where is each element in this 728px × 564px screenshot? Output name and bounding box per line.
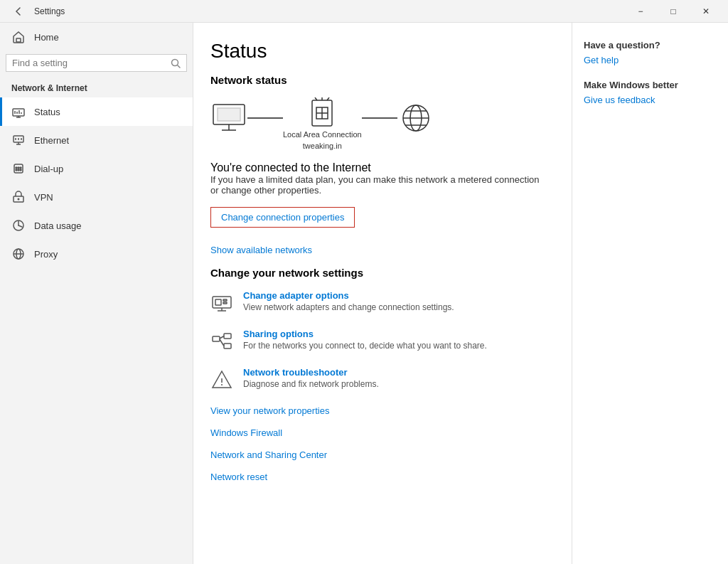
- sharing-title[interactable]: Sharing options: [243, 329, 487, 339]
- globe-icon-group: [397, 103, 434, 144]
- svg-rect-45: [215, 299, 221, 305]
- sidebar-item-data-usage[interactable]: Data usage: [0, 211, 193, 240]
- connection-domain: tweaking.in: [303, 142, 342, 150]
- connection-name: Local Area Connection: [283, 130, 362, 139]
- troubleshooter-title[interactable]: Network troubleshooter: [243, 367, 379, 378]
- change-settings-title: Change your network settings: [210, 267, 543, 279]
- svg-rect-47: [223, 302, 227, 304]
- svg-rect-31: [218, 108, 240, 121]
- view-network-properties-link[interactable]: View your network properties: [210, 405, 543, 416]
- svg-point-18: [20, 167, 21, 169]
- svg-point-21: [20, 169, 21, 171]
- proxy-icon: [11, 247, 26, 261]
- search-box[interactable]: [6, 54, 187, 72]
- minimize-button[interactable]: −: [624, 0, 657, 23]
- svg-point-20: [18, 169, 19, 171]
- sidebar-item-data-usage-label: Data usage: [34, 220, 82, 231]
- windows-firewall-link[interactable]: Windows Firewall: [210, 427, 543, 438]
- back-button[interactable]: [9, 1, 28, 21]
- troubleshooter-desc: Diagnose and fix network problems.: [243, 379, 379, 389]
- svg-point-16: [16, 167, 17, 169]
- svg-rect-52: [224, 344, 231, 348]
- adapter-title[interactable]: Change adapter options: [243, 290, 454, 301]
- sharing-desc: For the networks you connect to, decide …: [243, 341, 487, 351]
- troubleshooter-icon: [210, 368, 233, 391]
- adapter-desc: View network adapters and change connect…: [243, 302, 454, 312]
- main-layout: Home Network & Internet: [0, 23, 728, 564]
- dialup-icon: [11, 161, 26, 176]
- network-reset-link[interactable]: Network reset: [210, 472, 543, 482]
- show-networks-link[interactable]: Show available networks: [210, 245, 543, 255]
- maximize-button[interactable]: □: [657, 0, 690, 23]
- svg-line-53: [220, 336, 224, 339]
- sharing-options-item: Sharing options For the networks you con…: [210, 329, 543, 353]
- computer-icon-group: [210, 103, 247, 144]
- network-diagram: Local Area Connection tweaking.in: [210, 97, 543, 150]
- sidebar-item-proxy-label: Proxy: [34, 249, 58, 260]
- svg-point-17: [18, 167, 19, 169]
- network-status-title: Network status: [210, 74, 543, 86]
- sidebar-item-vpn-label: VPN: [34, 192, 53, 203]
- status-icon: [11, 105, 26, 119]
- troubleshooter-item: Network troubleshooter Diagnose and fix …: [210, 367, 543, 391]
- sidebar-item-home[interactable]: Home: [0, 23, 193, 51]
- page-title: Status: [210, 40, 543, 63]
- sidebar-item-proxy[interactable]: Proxy: [0, 240, 193, 268]
- svg-line-2: [178, 65, 181, 68]
- computer-icon: [210, 103, 247, 133]
- search-input[interactable]: [12, 58, 166, 68]
- right-panel: Have a question? Get help Make Windows b…: [572, 23, 728, 564]
- connected-title: You're connected to the Internet: [210, 161, 543, 174]
- feedback-title: Make Windows better: [584, 80, 717, 90]
- sidebar-item-home-label: Home: [34, 32, 59, 43]
- sidebar-section-label: Network & Internet: [0, 78, 193, 97]
- help-title: Have a question?: [584, 40, 717, 50]
- content-area: Status Network status: [193, 23, 572, 564]
- network-sharing-center-link[interactable]: Network and Sharing Center: [210, 449, 543, 460]
- svg-point-57: [221, 384, 223, 385]
- svg-point-23: [18, 198, 20, 201]
- sidebar-item-dialup[interactable]: Dial-up: [0, 154, 193, 183]
- vpn-icon: [11, 190, 26, 204]
- connected-desc: If you have a limited data plan, you can…: [210, 174, 543, 196]
- sidebar: Home Network & Internet: [0, 23, 193, 564]
- sidebar-item-status-label: Status: [34, 107, 60, 117]
- sharing-text: Sharing options For the networks you con…: [243, 329, 487, 351]
- globe-icon: [397, 103, 434, 133]
- router-icon-group: Local Area Connection tweaking.in: [283, 97, 362, 150]
- change-connection-button[interactable]: Change connection properties: [210, 207, 355, 228]
- feedback-link[interactable]: Give us feedback: [584, 95, 717, 105]
- adapter-icon: [210, 292, 233, 314]
- troubleshooter-text: Network troubleshooter Diagnose and fix …: [243, 367, 379, 389]
- svg-line-54: [220, 339, 224, 346]
- adapter-text: Change adapter options View network adap…: [243, 290, 454, 312]
- sidebar-item-ethernet[interactable]: Ethernet: [0, 126, 193, 154]
- svg-rect-51: [224, 334, 231, 339]
- sidebar-item-ethernet-label: Ethernet: [34, 135, 69, 146]
- titlebar: Settings − □ ✕: [0, 0, 728, 23]
- svg-rect-0: [16, 38, 21, 42]
- ethernet-icon: [11, 133, 26, 147]
- svg-point-19: [16, 169, 17, 171]
- data-usage-icon: [11, 218, 26, 233]
- home-icon: [11, 30, 26, 44]
- titlebar-left: Settings: [9, 1, 65, 21]
- window-title: Settings: [34, 6, 65, 16]
- router-icon: [309, 97, 335, 127]
- sharing-icon: [210, 330, 233, 353]
- sidebar-item-vpn[interactable]: VPN: [0, 183, 193, 211]
- close-button[interactable]: ✕: [690, 0, 722, 23]
- sidebar-item-dialup-label: Dial-up: [34, 164, 63, 174]
- search-icon: [171, 58, 181, 68]
- sidebar-item-status[interactable]: Status: [0, 97, 193, 126]
- line-2: [362, 117, 397, 119]
- svg-rect-46: [223, 299, 227, 301]
- svg-rect-50: [213, 336, 220, 341]
- window-controls: − □ ✕: [624, 0, 722, 23]
- line-1: [247, 117, 283, 119]
- get-help-link[interactable]: Get help: [584, 55, 717, 65]
- adapter-options-item: Change adapter options View network adap…: [210, 290, 543, 314]
